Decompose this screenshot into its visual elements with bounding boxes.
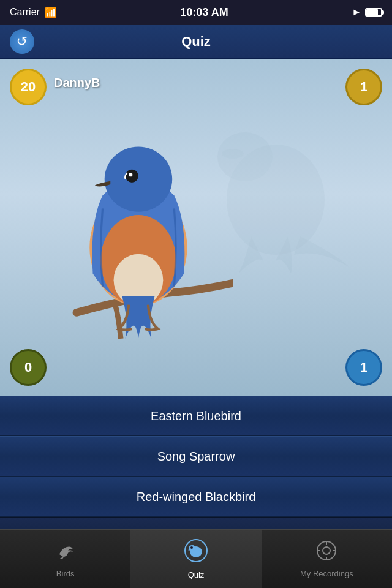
birds-tab-label: Birds <box>56 569 75 578</box>
score-badge-top-left: 20 <box>10 69 47 105</box>
bird-image <box>24 65 233 365</box>
carrier-label: Carrier <box>10 7 40 18</box>
tab-my-recordings[interactable]: My Recordings <box>262 530 392 588</box>
score-badge-top-right: 1 <box>345 69 382 105</box>
score-badge-bottom-right: 1 <box>345 349 382 386</box>
tab-quiz[interactable]: Quiz <box>130 530 261 588</box>
answer-button-3[interactable]: Red-winged Blackbird <box>0 477 392 517</box>
status-time: 10:03 AM <box>180 6 228 19</box>
answer-button-1[interactable]: Eastern Bluebird <box>0 396 392 436</box>
status-left: Carrier 📶 <box>10 7 57 18</box>
recordings-tab-icon <box>315 540 337 567</box>
answers-area: Eastern Bluebird Song Sparrow Red-winged… <box>0 396 392 517</box>
svg-point-14 <box>323 547 330 554</box>
svg-point-6 <box>105 146 173 211</box>
svg-point-12 <box>190 546 193 549</box>
page-title: Quiz <box>181 34 211 50</box>
quiz-tab-icon <box>184 538 208 568</box>
tab-birds[interactable]: Birds <box>0 530 130 588</box>
quiz-tab-label: Quiz <box>188 570 205 579</box>
score-badge-bottom-left: 0 <box>10 349 47 386</box>
wifi-icon: 📶 <box>45 7 57 18</box>
header: ↻ Quiz <box>0 24 392 59</box>
svg-point-8 <box>129 173 132 176</box>
location-icon: ► <box>352 7 361 18</box>
battery-icon <box>365 8 382 17</box>
answer-button-2[interactable]: Song Sparrow <box>0 436 392 477</box>
status-right: ► <box>352 7 382 18</box>
recordings-tab-label: My Recordings <box>300 569 353 578</box>
birds-tab-icon <box>55 540 77 567</box>
user-name-label: DannyB <box>54 76 100 90</box>
refresh-icon: ↻ <box>17 34 28 50</box>
quiz-area: 20 DannyB 1 0 1 <box>0 59 392 396</box>
tab-bar: Birds Quiz My Recordings <box>0 529 392 588</box>
status-bar: Carrier 📶 10:03 AM ► <box>0 0 392 24</box>
refresh-button[interactable]: ↻ <box>10 29 34 54</box>
